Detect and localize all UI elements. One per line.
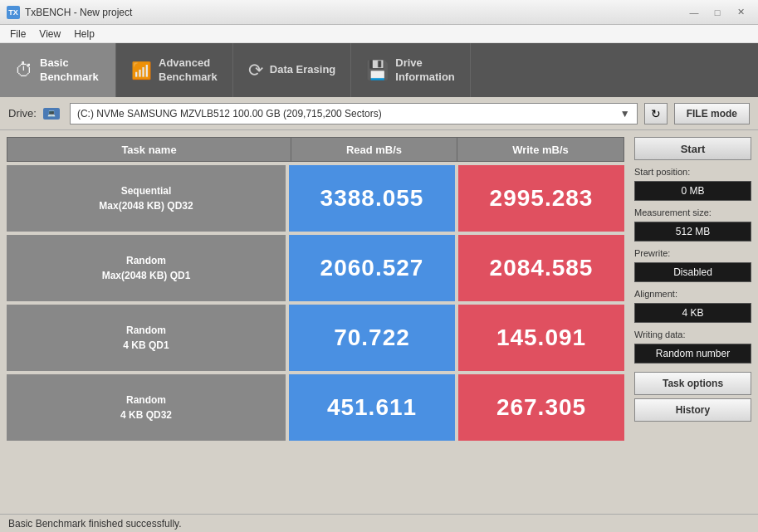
table-header: Task name Read mB/s Write mB/s — [7, 137, 624, 162]
tab-data-erasing[interactable]: ⟳ Data Erasing — [233, 43, 351, 97]
task-options-button[interactable]: Task options — [634, 372, 751, 395]
results-panel: Task name Read mB/s Write mB/s Sequentia… — [7, 137, 624, 507]
menu-view[interactable]: View — [32, 27, 67, 41]
tab-erasing-label: Data Erasing — [270, 63, 335, 77]
read-value-1: 2060.527 — [289, 235, 455, 301]
col-task-name: Task name — [7, 138, 291, 161]
drive-row: Drive: 💻 (C:) NVMe SAMSUNG MZVLB512 100.… — [0, 97, 758, 130]
drive-select-value: (C:) NVMe SAMSUNG MZVLB512 100.00 GB (20… — [77, 108, 620, 120]
minimize-button[interactable]: — — [683, 4, 705, 21]
tab-advanced-benchmark[interactable]: 📶 AdvancedBenchmark — [116, 43, 233, 97]
write-value-0: 2995.283 — [458, 165, 624, 232]
task-label-0: SequentialMax(2048 KB) QD32 — [7, 165, 286, 232]
start-position-value: 0 MB — [634, 181, 751, 201]
writing-data-value: Random number — [634, 344, 751, 364]
bench-row-2: Random4 KB QD1 70.722 145.091 — [7, 305, 624, 371]
title-bar-controls: — □ ✕ — [683, 4, 751, 21]
drive-info-icon: 💾 — [366, 60, 389, 81]
history-button[interactable]: History — [634, 398, 751, 422]
read-value-2: 70.722 — [289, 305, 455, 371]
menu-file[interactable]: File — [3, 27, 32, 41]
start-position-label: Start position: — [634, 167, 751, 177]
drive-type-icon: 💻 — [43, 108, 60, 120]
title-bar: TX TxBENCH - New project — □ ✕ — [0, 0, 758, 25]
start-button[interactable]: Start — [634, 137, 751, 160]
tab-basic-label: BasicBenchmark — [40, 56, 99, 85]
menu-bar: File View Help — [0, 25, 758, 43]
app-icon: TX — [7, 6, 20, 19]
prewrite-value: Disabled — [634, 262, 751, 282]
tab-bar: ⏱ BasicBenchmark 📶 AdvancedBenchmark ⟳ D… — [0, 43, 758, 97]
main-area: Task name Read mB/s Write mB/s Sequentia… — [0, 130, 758, 514]
tab-drive-information[interactable]: 💾 DriveInformation — [351, 43, 471, 97]
writing-data-label: Writing data: — [634, 329, 751, 339]
refresh-button[interactable]: ↻ — [644, 103, 668, 124]
task-label-1: RandomMax(2048 KB) QD1 — [7, 235, 286, 301]
write-value-3: 267.305 — [458, 374, 624, 441]
close-button[interactable]: ✕ — [730, 4, 751, 21]
task-label-2: Random4 KB QD1 — [7, 305, 286, 371]
basic-benchmark-icon: ⏱ — [15, 60, 33, 81]
bench-row-1: RandomMax(2048 KB) QD1 2060.527 2084.585 — [7, 235, 624, 301]
status-text: Basic Benchmark finished successfully. — [8, 518, 182, 530]
read-value-0: 3388.055 — [289, 165, 455, 232]
bench-row-0: SequentialMax(2048 KB) QD32 3388.055 299… — [7, 165, 624, 232]
read-value-3: 451.611 — [289, 374, 455, 441]
right-panel: Start Start position: 0 MB Measurement s… — [631, 137, 751, 507]
data-erasing-icon: ⟳ — [248, 60, 263, 81]
file-mode-button[interactable]: FILE mode — [674, 103, 750, 124]
dropdown-arrow-icon: ▼ — [620, 108, 630, 120]
col-write: Write mB/s — [457, 138, 624, 161]
write-value-2: 145.091 — [458, 305, 624, 371]
alignment-value: 4 KB — [634, 303, 751, 323]
maximize-button[interactable]: □ — [707, 4, 728, 21]
title-bar-left: TX TxBENCH - New project — [7, 6, 132, 19]
measurement-size-value: 512 MB — [634, 222, 751, 242]
drive-label: Drive: — [8, 107, 37, 120]
menu-help[interactable]: Help — [67, 27, 101, 41]
tab-drive-info-label: DriveInformation — [395, 56, 455, 85]
tab-basic-benchmark[interactable]: ⏱ BasicBenchmark — [0, 43, 116, 97]
bench-row-3: Random4 KB QD32 451.611 267.305 — [7, 374, 624, 441]
tab-advanced-label: AdvancedBenchmark — [159, 56, 218, 85]
col-read: Read mB/s — [291, 138, 457, 161]
task-label-3: Random4 KB QD32 — [7, 374, 286, 441]
advanced-benchmark-icon: 📶 — [131, 61, 152, 81]
drive-selector[interactable]: (C:) NVMe SAMSUNG MZVLB512 100.00 GB (20… — [70, 103, 638, 124]
measurement-size-label: Measurement size: — [634, 207, 751, 217]
prewrite-label: Prewrite: — [634, 248, 751, 258]
window-title: TxBENCH - New project — [25, 7, 132, 18]
status-bar: Basic Benchmark finished successfully. — [0, 514, 758, 532]
write-value-1: 2084.585 — [458, 235, 624, 301]
alignment-label: Alignment: — [634, 289, 751, 299]
